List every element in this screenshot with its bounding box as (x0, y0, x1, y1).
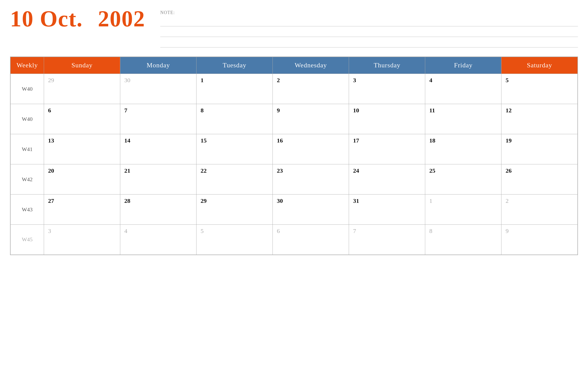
day-cell-r4-d3[interactable]: 30 (273, 195, 349, 225)
day-cell-r3-d4[interactable]: 24 (349, 164, 425, 195)
header-date-section: 10 Oct. 2002 (10, 8, 145, 30)
calendar-row-2: W4113141516171819 (10, 134, 578, 164)
note-label: NOTE: (160, 10, 578, 15)
day-cell-r0-d5[interactable]: 4 (425, 74, 501, 104)
day-cell-r1-d6[interactable]: 12 (501, 104, 578, 134)
day-cell-r1-d5[interactable]: 11 (425, 104, 501, 134)
col-header-tuesday: Tuesday (197, 57, 273, 74)
col-header-weekly: Weekly (10, 57, 44, 74)
week-label-3: W42 (10, 164, 44, 195)
calendar-header-row: WeeklySundayMondayTuesdayWednesdayThursd… (10, 57, 578, 74)
day-cell-r4-d1[interactable]: 28 (120, 195, 197, 225)
day-cell-r1-d0[interactable]: 6 (44, 104, 120, 134)
day-cell-r2-d4[interactable]: 17 (349, 134, 425, 164)
note-section: NOTE: (160, 8, 578, 49)
day-cell-r3-d2[interactable]: 22 (197, 164, 273, 195)
month-day-label: 10 Oct. (10, 8, 83, 30)
day-cell-r5-d4[interactable]: 7 (349, 225, 425, 255)
calendar-row-0: W40293012345 (10, 74, 578, 104)
col-header-friday: Friday (425, 57, 501, 74)
day-cell-r0-d3[interactable]: 2 (273, 74, 349, 104)
year-label: 2002 (98, 8, 145, 30)
day-cell-r2-d1[interactable]: 14 (120, 134, 197, 164)
day-cell-r0-d6[interactable]: 5 (501, 74, 578, 104)
calendar-table: WeeklySundayMondayTuesdayWednesdayThursd… (10, 57, 578, 255)
day-cell-r3-d1[interactable]: 21 (120, 164, 197, 195)
note-line-2 (160, 28, 578, 37)
calendar-body: W40293012345W406789101112W41131415161718… (10, 74, 578, 255)
day-cell-r0-d1[interactable]: 30 (120, 74, 197, 104)
week-label-5: W45 (10, 225, 44, 255)
day-cell-r5-d3[interactable]: 6 (273, 225, 349, 255)
week-label-2: W41 (10, 134, 44, 164)
note-line-3 (160, 38, 578, 47)
week-label-4: W43 (10, 195, 44, 225)
day-cell-r1-d3[interactable]: 9 (273, 104, 349, 134)
week-label-0: W40 (10, 74, 44, 104)
note-line-1 (160, 17, 578, 26)
calendar-row-1: W406789101112 (10, 104, 578, 134)
col-header-saturday: Saturday (501, 57, 578, 74)
day-cell-r3-d3[interactable]: 23 (273, 164, 349, 195)
calendar-row-5: W453456789 (10, 225, 578, 255)
day-cell-r3-d5[interactable]: 25 (425, 164, 501, 195)
day-cell-r1-d2[interactable]: 8 (197, 104, 273, 134)
day-cell-r1-d1[interactable]: 7 (120, 104, 197, 134)
col-header-thursday: Thursday (349, 57, 425, 74)
day-cell-r4-d4[interactable]: 31 (349, 195, 425, 225)
day-cell-r5-d1[interactable]: 4 (120, 225, 197, 255)
day-cell-r5-d6[interactable]: 9 (501, 225, 578, 255)
page-header: 10 Oct. 2002 NOTE: (10, 8, 578, 49)
day-cell-r4-d2[interactable]: 29 (197, 195, 273, 225)
day-cell-r5-d0[interactable]: 3 (44, 225, 120, 255)
day-cell-r3-d6[interactable]: 26 (501, 164, 578, 195)
day-cell-r4-d0[interactable]: 27 (44, 195, 120, 225)
day-cell-r0-d0[interactable]: 29 (44, 74, 120, 104)
calendar-row-4: W43272829303112 (10, 195, 578, 225)
day-cell-r2-d2[interactable]: 15 (197, 134, 273, 164)
day-cell-r2-d5[interactable]: 18 (425, 134, 501, 164)
week-label-1: W40 (10, 104, 44, 134)
col-header-sunday: Sunday (44, 57, 120, 74)
col-header-monday: Monday (120, 57, 197, 74)
day-cell-r2-d6[interactable]: 19 (501, 134, 578, 164)
day-cell-r0-d4[interactable]: 3 (349, 74, 425, 104)
calendar-row-3: W4220212223242526 (10, 164, 578, 195)
day-cell-r4-d6[interactable]: 2 (501, 195, 578, 225)
day-cell-r5-d2[interactable]: 5 (197, 225, 273, 255)
col-header-wednesday: Wednesday (273, 57, 349, 74)
day-cell-r1-d4[interactable]: 10 (349, 104, 425, 134)
day-cell-r5-d5[interactable]: 8 (425, 225, 501, 255)
day-cell-r2-d3[interactable]: 16 (273, 134, 349, 164)
day-cell-r2-d0[interactable]: 13 (44, 134, 120, 164)
day-cell-r4-d5[interactable]: 1 (425, 195, 501, 225)
day-cell-r3-d0[interactable]: 20 (44, 164, 120, 195)
day-cell-r0-d2[interactable]: 1 (197, 74, 273, 104)
